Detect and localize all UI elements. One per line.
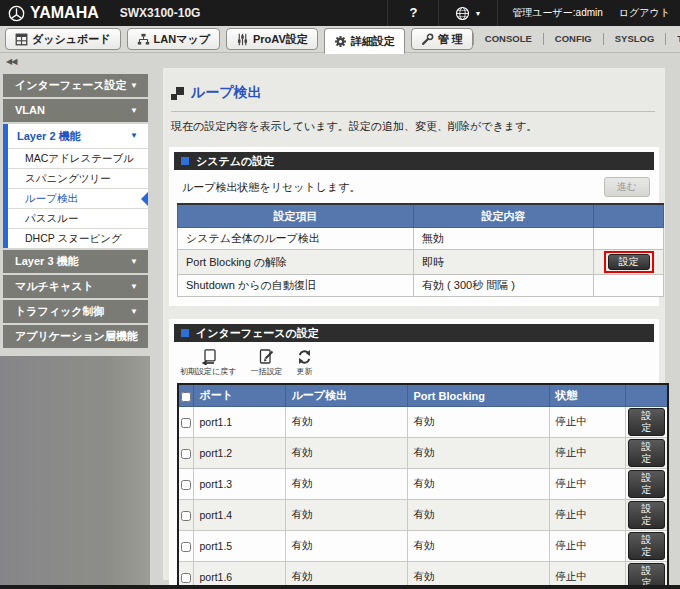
port-name: port1.3	[193, 469, 285, 500]
chevron-down-icon: ▼	[130, 275, 138, 298]
reset-defaults-icon	[200, 349, 217, 365]
device-model: SWX3100-10G	[120, 6, 201, 20]
interface-settings-table: ポート ループ検出 Port Blocking 状態 port1.1 有効 有効…	[177, 383, 669, 589]
sidebar-group-application-layer[interactable]: アプリケーション層機能▼	[3, 325, 148, 348]
sidebar-group-interface-settings[interactable]: インターフェース設定▼	[3, 74, 148, 97]
tab-management[interactable]: 管 理	[411, 28, 473, 50]
gear-icon	[334, 35, 347, 48]
header-actions: ? ▼ 管理ユーザー:admin ログアウト	[387, 0, 680, 26]
port-name: port1.1	[193, 407, 285, 438]
setting-value: 即時	[414, 250, 594, 275]
port-setting-button[interactable]: 設定	[628, 470, 666, 498]
sidebar-item-dhcp-snooping[interactable]: DHCP スヌーピング	[8, 228, 148, 248]
system-settings-header: システムの設定	[174, 152, 654, 170]
tab-dashboard[interactable]: ダッシュボード	[5, 28, 121, 50]
table-row: Shutdown からの自動復旧 有効 ( 300秒 間隔 )	[178, 275, 664, 297]
port-select-checkbox[interactable]	[181, 449, 191, 459]
reset-defaults-button[interactable]: 初期設定に戻す	[180, 349, 236, 377]
tab-detailed-settings[interactable]: 詳細設定	[324, 28, 405, 54]
tab-lan-map[interactable]: LANマップ	[127, 28, 220, 50]
top-header: YAMAHA SWX3100-10G ? ▼ 管理ユーザー:admin ログアウ…	[0, 0, 680, 26]
page-title: ループ検出	[171, 84, 655, 102]
language-selector[interactable]: ▼	[438, 0, 497, 26]
proav-sliders-icon	[236, 33, 249, 46]
brand-name: YAMAHA	[30, 4, 99, 22]
port-blocking-setting-button[interactable]: 設定	[608, 254, 650, 270]
port-setting-button[interactable]: 設定	[628, 532, 666, 560]
page-title-icon	[171, 87, 184, 100]
title-divider	[171, 111, 655, 112]
sidebar-group-layer2-header[interactable]: Layer 2 機能▼	[8, 124, 148, 148]
wrench-icon	[421, 33, 434, 46]
setting-item: Shutdown からの自動復旧	[178, 275, 414, 297]
blue-square-icon	[181, 329, 189, 337]
logged-in-user: 管理ユーザー:admin	[497, 0, 612, 26]
chevron-down-icon: ▼	[130, 300, 138, 323]
loop-detection-value: 有効	[285, 531, 407, 562]
reset-description: ループ検出状態をリセットします。	[182, 180, 361, 195]
refresh-button[interactable]: 更新	[296, 349, 312, 377]
port-select-checkbox[interactable]	[181, 418, 191, 428]
batch-settings-button[interactable]: 一括設定	[250, 349, 282, 377]
sidebar-item-passthrough[interactable]: パススルー	[8, 208, 148, 228]
tab-proav-settings[interactable]: ProAV設定	[226, 28, 318, 50]
port-setting-button[interactable]: 設定	[628, 501, 666, 529]
port-select-checkbox[interactable]	[181, 511, 191, 521]
tab-label: 詳細設定	[351, 34, 395, 49]
port-name: port1.2	[193, 438, 285, 469]
port-table-body: port1.1 有効 有効 停止中 設定 port1.2 有効 有効 停止中 設…	[178, 407, 668, 589]
syslog-link[interactable]: SYSLOG	[603, 33, 666, 45]
tab-label: ダッシュボード	[32, 32, 111, 47]
column-header-action	[625, 384, 668, 407]
sidebar-group-traffic-control[interactable]: トラフィック制御▼	[3, 300, 148, 323]
sidebar-item-spanning-tree[interactable]: スパニングツリー	[8, 168, 148, 188]
port-select-checkbox[interactable]	[181, 573, 191, 583]
port-setting-button[interactable]: 設定	[628, 408, 666, 436]
chevron-down-icon: ▼	[130, 124, 138, 148]
sidebar-menu: インターフェース設定▼ VLAN▼ Layer 2 機能▼ MACアドレステーブ…	[0, 70, 155, 350]
chevron-down-icon: ▼	[130, 325, 138, 348]
port-table-header: ポート ループ検出 Port Blocking 状態	[178, 384, 668, 407]
logout-button[interactable]: ログアウト	[613, 0, 680, 26]
port-name: port1.4	[193, 500, 285, 531]
port-setting-button[interactable]: 設定	[628, 439, 666, 467]
help-button[interactable]: ?	[387, 0, 438, 26]
lan-map-icon	[137, 33, 150, 46]
sidebar-item-mac-address-table[interactable]: MACアドレステーブル	[8, 148, 148, 168]
sidebar-group-layer2: Layer 2 機能▼ MACアドレステーブル スパニングツリー ループ検出 パ…	[3, 124, 148, 248]
table-row: Port Blocking の解除 即時 設定	[178, 250, 664, 275]
sidebar-item-loop-detection[interactable]: ループ検出	[8, 188, 148, 208]
app-window: YAMAHA SWX3100-10G ? ▼ 管理ユーザー:admin ログアウ…	[0, 0, 680, 589]
column-header-loop-detection: ループ検出	[285, 384, 407, 407]
sidebar-filler	[0, 356, 150, 585]
setting-item: システム全体のループ検出	[178, 228, 414, 250]
select-all-checkbox[interactable]	[181, 392, 191, 402]
port-select-checkbox[interactable]	[181, 542, 191, 552]
chevron-down-icon: ▼	[130, 99, 138, 122]
loop-detection-value: 有効	[285, 407, 407, 438]
refresh-icon	[297, 349, 312, 365]
sidebar-group-layer3[interactable]: Layer 3 機能▼	[3, 250, 148, 273]
table-row: port1.2 有効 有効 停止中 設定	[178, 438, 668, 469]
system-settings-table: 設定項目 設定内容 システム全体のループ検出 無効 Port Blocking …	[177, 203, 664, 297]
console-link[interactable]: CONSOLE	[473, 33, 543, 45]
loop-detection-value: 有効	[285, 500, 407, 531]
port-blocking-value: 有効	[407, 500, 549, 531]
port-select-checkbox[interactable]	[181, 480, 191, 490]
sidebar-collapse-button[interactable]: ◀◀	[0, 52, 155, 70]
config-link[interactable]: CONFIG	[543, 33, 603, 45]
sidebar-group-multicast[interactable]: マルチキャスト▼	[3, 275, 148, 298]
top-links: CONSOLE CONFIG SYSLOG TECHINFO	[473, 32, 680, 46]
port-blocking-value: 有効	[407, 438, 549, 469]
setting-value: 有効 ( 300秒 間隔 )	[414, 275, 594, 297]
port-blocking-value: 有効	[407, 469, 549, 500]
sidebar-group-vlan[interactable]: VLAN▼	[3, 99, 148, 122]
column-header-status: 状態	[549, 384, 625, 407]
setting-value: 無効	[414, 228, 594, 250]
proceed-button[interactable]: 進む	[604, 177, 650, 197]
techinfo-link[interactable]: TECHINFO	[665, 33, 680, 45]
chevron-down-icon: ▼	[130, 74, 138, 97]
loop-detection-value: 有効	[285, 469, 407, 500]
table-row: port1.3 有効 有効 停止中 設定	[178, 469, 668, 500]
page-description: 現在の設定内容を表示しています。設定の追加、変更、削除ができます。	[171, 119, 655, 134]
